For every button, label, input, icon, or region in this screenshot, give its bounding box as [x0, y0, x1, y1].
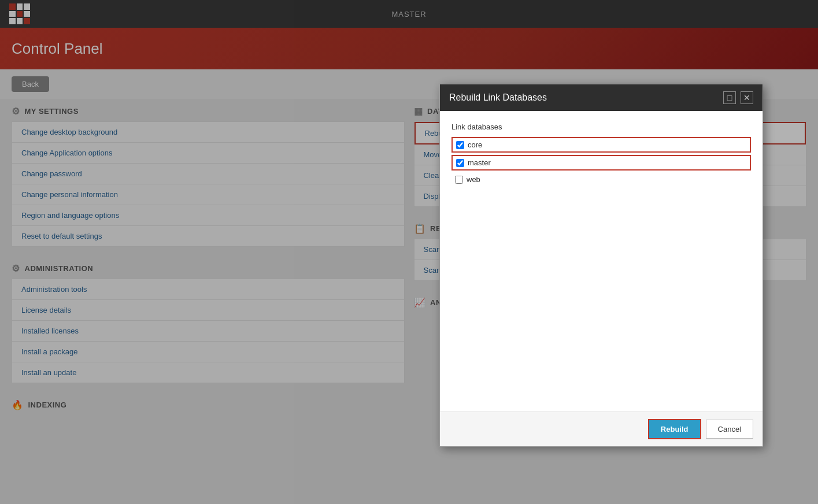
checkbox-web-label[interactable]: web: [467, 175, 480, 184]
checkbox-web[interactable]: [455, 176, 463, 184]
modal-body: Link databases core master web: [440, 111, 763, 412]
rebuild-link-databases-modal: Rebuild Link Databases □ ✕ Link database…: [439, 84, 763, 436]
checkbox-row-web: web: [451, 173, 751, 186]
maximize-icon: □: [727, 93, 732, 102]
cancel-button[interactable]: Cancel: [706, 420, 753, 436]
rebuild-button[interactable]: Rebuild: [648, 419, 701, 436]
modal-header-controls: □ ✕: [723, 91, 753, 104]
modal-header: Rebuild Link Databases □ ✕: [440, 84, 763, 111]
checkbox-core-label[interactable]: core: [468, 140, 482, 149]
modal-footer: Rebuild Cancel: [440, 412, 763, 436]
link-databases-label: Link databases: [451, 123, 751, 131]
checkbox-master-label[interactable]: master: [468, 158, 491, 167]
close-icon: ✕: [743, 93, 750, 102]
checkbox-master[interactable]: [456, 159, 464, 167]
modal-close-button[interactable]: ✕: [741, 91, 753, 104]
modal-title: Rebuild Link Databases: [449, 92, 547, 103]
checkbox-row-core: core: [451, 137, 751, 153]
checkbox-row-master: master: [451, 155, 751, 171]
checkbox-core[interactable]: [456, 141, 464, 149]
modal-maximize-button[interactable]: □: [723, 91, 736, 104]
